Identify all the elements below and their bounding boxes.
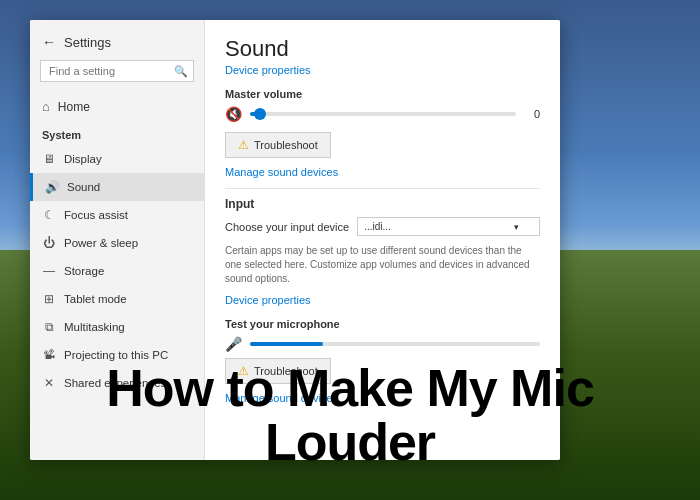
sidebar-item-focus[interactable]: ☾ Focus assist bbox=[30, 201, 204, 229]
multitasking-icon: ⧉ bbox=[42, 320, 56, 334]
display-icon: 🖥 bbox=[42, 152, 56, 166]
sidebar-home-label: Home bbox=[58, 100, 90, 114]
sidebar-item-projecting[interactable]: 📽 Projecting to this PC bbox=[30, 341, 204, 369]
settings-window: ← Settings 🔍 ⌂ Home System 🖥 Display 🔊 S… bbox=[30, 20, 560, 460]
sidebar-item-home[interactable]: ⌂ Home bbox=[30, 92, 204, 121]
sidebar-item-multitasking[interactable]: ⧉ Multitasking bbox=[30, 313, 204, 341]
sidebar-item-power-label: Power & sleep bbox=[64, 237, 138, 249]
sidebar-item-focus-label: Focus assist bbox=[64, 209, 128, 221]
power-icon: ⏻ bbox=[42, 236, 56, 250]
input-section-label: Input bbox=[225, 197, 540, 211]
back-button[interactable]: ← bbox=[42, 34, 56, 50]
sound-icon: 🔊 bbox=[45, 180, 59, 194]
sidebar-item-multitasking-label: Multitasking bbox=[64, 321, 125, 333]
sidebar-item-shared-label: Shared experiences bbox=[64, 377, 166, 389]
sidebar-search-container: 🔍 bbox=[40, 60, 194, 82]
test-mic-label: Test your microphone bbox=[225, 318, 540, 330]
input-device-select[interactable]: ...idi... ▾ bbox=[357, 217, 540, 236]
microphone-icon: 🎤 bbox=[225, 336, 242, 352]
sidebar-item-sound-label: Sound bbox=[67, 181, 100, 193]
output-troubleshoot-label: Troubleshoot bbox=[254, 139, 318, 151]
section-divider bbox=[225, 188, 540, 189]
sidebar-item-storage[interactable]: — Storage bbox=[30, 257, 204, 285]
sidebar-item-shared[interactable]: ✕ Shared experiences bbox=[30, 369, 204, 397]
chevron-down-icon: ▾ bbox=[514, 222, 519, 232]
sidebar-item-projecting-label: Projecting to this PC bbox=[64, 349, 168, 361]
sidebar-item-tablet[interactable]: ⊞ Tablet mode bbox=[30, 285, 204, 313]
focus-icon: ☾ bbox=[42, 208, 56, 222]
sidebar: ← Settings 🔍 ⌂ Home System 🖥 Display 🔊 S… bbox=[30, 20, 205, 460]
manage-sound-devices-input-link[interactable]: Manage sound devices bbox=[225, 392, 540, 404]
search-input[interactable] bbox=[40, 60, 194, 82]
main-content: Sound Device properties Master volume 🔇 … bbox=[205, 20, 560, 460]
volume-row: 🔇 0 bbox=[225, 106, 540, 122]
input-troubleshoot-label: Troubleshoot bbox=[254, 365, 318, 377]
device-select-value: ...idi... bbox=[364, 221, 391, 232]
manage-sound-devices-link[interactable]: Manage sound devices bbox=[225, 166, 540, 178]
mic-level-row: 🎤 bbox=[225, 336, 540, 352]
sidebar-item-sound[interactable]: 🔊 Sound bbox=[30, 173, 204, 201]
tablet-icon: ⊞ bbox=[42, 292, 56, 306]
sidebar-item-display-label: Display bbox=[64, 153, 102, 165]
volume-slider-thumb[interactable] bbox=[254, 108, 266, 120]
output-troubleshoot-button[interactable]: ⚠ Troubleshoot bbox=[225, 132, 331, 158]
search-icon: 🔍 bbox=[174, 65, 188, 78]
mic-bar-fill bbox=[250, 342, 323, 346]
sidebar-item-display[interactable]: 🖥 Display bbox=[30, 145, 204, 173]
sidebar-item-tablet-label: Tablet mode bbox=[64, 293, 127, 305]
sidebar-title: Settings bbox=[64, 35, 111, 50]
input-device-row: Choose your input device ...idi... ▾ bbox=[225, 217, 540, 236]
sidebar-item-power[interactable]: ⏻ Power & sleep bbox=[30, 229, 204, 257]
sidebar-item-storage-label: Storage bbox=[64, 265, 104, 277]
speaker-mute-icon: 🔇 bbox=[225, 106, 242, 122]
input-troubleshoot-button[interactable]: ⚠ Troubleshoot bbox=[225, 358, 331, 384]
page-title: Sound bbox=[225, 36, 540, 62]
output-device-properties-link[interactable]: Device properties bbox=[225, 64, 540, 76]
volume-value: 0 bbox=[524, 108, 540, 120]
volume-slider-track[interactable] bbox=[250, 112, 516, 116]
sidebar-section-title: System bbox=[30, 121, 204, 145]
sidebar-header: ← Settings bbox=[30, 28, 204, 60]
choose-device-label: Choose your input device bbox=[225, 221, 349, 233]
home-icon: ⌂ bbox=[42, 99, 50, 114]
input-device-properties-link[interactable]: Device properties bbox=[225, 294, 540, 306]
master-volume-label: Master volume bbox=[225, 88, 540, 100]
storage-icon: — bbox=[42, 264, 56, 278]
projecting-icon: 📽 bbox=[42, 348, 56, 362]
warning-icon: ⚠ bbox=[238, 138, 249, 152]
mic-bar-track bbox=[250, 342, 540, 346]
input-warning-icon: ⚠ bbox=[238, 364, 249, 378]
input-hint-text: Certain apps may be set up to use differ… bbox=[225, 244, 540, 286]
shared-icon: ✕ bbox=[42, 376, 56, 390]
